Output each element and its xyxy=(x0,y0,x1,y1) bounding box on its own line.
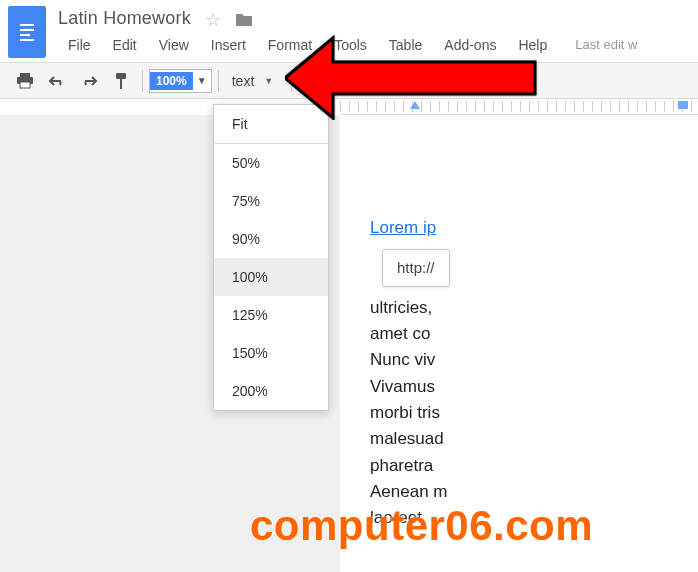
font-label: Arial xyxy=(305,73,333,89)
svg-rect-1 xyxy=(20,29,34,31)
document-title[interactable]: Latin Homework xyxy=(58,8,191,29)
menu-format[interactable]: Format xyxy=(258,33,322,57)
chevron-down-icon: ▼ xyxy=(264,76,273,86)
zoom-option-75[interactable]: 75% xyxy=(214,182,328,220)
chevron-down-icon: ▼ xyxy=(193,75,211,86)
chevron-down-icon: ▼ xyxy=(343,76,352,86)
font-family-combo[interactable]: Arial ▼ xyxy=(298,68,378,94)
toolbar-separator xyxy=(384,70,385,92)
svg-rect-2 xyxy=(20,34,30,36)
zoom-option-125[interactable]: 125% xyxy=(214,296,328,334)
app-header: Latin Homework ☆ File Edit View Insert F… xyxy=(0,0,698,63)
document-hyperlink[interactable]: Lorem ip xyxy=(370,218,436,237)
zoom-option-150[interactable]: 150% xyxy=(214,334,328,372)
menu-addons[interactable]: Add-ons xyxy=(434,33,506,57)
menu-view[interactable]: View xyxy=(149,33,199,57)
menu-insert[interactable]: Insert xyxy=(201,33,256,57)
paragraph-styles-combo[interactable]: text ▼ xyxy=(225,68,285,94)
toolbar-separator xyxy=(291,70,292,92)
menu-edit[interactable]: Edit xyxy=(103,33,147,57)
styles-label: text xyxy=(232,73,255,89)
text-line: Nunc viv xyxy=(370,347,698,373)
chevron-down-icon: ▼ xyxy=(423,76,432,86)
paint-format-button[interactable] xyxy=(106,67,136,95)
right-indent-marker[interactable] xyxy=(678,101,688,109)
svg-rect-8 xyxy=(120,79,122,89)
zoom-option-50[interactable]: 50% xyxy=(214,144,328,182)
docs-logo-icon[interactable] xyxy=(8,6,46,58)
menu-file[interactable]: File xyxy=(58,33,101,57)
document-body[interactable]: ultricies, amet co Nunc viv Vivamus morb… xyxy=(370,295,698,532)
zoom-option-fit[interactable]: Fit xyxy=(214,105,328,143)
zoom-combo[interactable]: 100% ▼ xyxy=(149,69,212,93)
toolbar-separator xyxy=(218,70,219,92)
undo-button[interactable] xyxy=(42,67,72,95)
text-line: ultricies, xyxy=(370,295,698,321)
star-icon[interactable]: ☆ xyxy=(205,9,221,31)
text-line: pharetra xyxy=(370,453,698,479)
svg-rect-3 xyxy=(20,39,34,41)
text-line: malesuad xyxy=(370,426,698,452)
menubar: File Edit View Insert Format Tools Table… xyxy=(58,33,690,57)
last-edit-text[interactable]: Last edit w xyxy=(575,37,637,52)
zoom-dropdown: Fit 50% 75% 90% 100% 125% 150% 200% xyxy=(213,104,329,411)
zoom-option-100[interactable]: 100% xyxy=(214,258,328,296)
redo-button[interactable] xyxy=(74,67,104,95)
font-size-value: 11 xyxy=(398,73,414,89)
print-button[interactable] xyxy=(10,67,40,95)
text-line: Aenean m xyxy=(370,479,698,505)
text-line: morbi tris xyxy=(370,400,698,426)
text-line: laoreet xyxy=(370,505,698,531)
toolbar-separator xyxy=(142,70,143,92)
horizontal-ruler[interactable] xyxy=(340,99,698,115)
font-size-combo[interactable]: 11 ▼ xyxy=(391,68,440,94)
svg-rect-6 xyxy=(20,82,30,88)
toolbar: 100% ▼ text ▼ Arial ▼ 11 ▼ xyxy=(0,63,698,99)
document-page[interactable]: Lorem ip http:// ultricies, amet co Nunc… xyxy=(340,115,698,572)
menu-tools[interactable]: Tools xyxy=(324,33,377,57)
svg-rect-4 xyxy=(20,73,30,77)
menu-table[interactable]: Table xyxy=(379,33,432,57)
text-line: Vivamus xyxy=(370,374,698,400)
zoom-value: 100% xyxy=(150,72,193,90)
folder-icon[interactable] xyxy=(235,12,253,29)
workspace: Lorem ip http:// ultricies, amet co Nunc… xyxy=(0,115,698,572)
zoom-option-90[interactable]: 90% xyxy=(214,220,328,258)
menu-help[interactable]: Help xyxy=(508,33,557,57)
toolbar-separator xyxy=(445,70,446,92)
svg-rect-7 xyxy=(116,73,126,79)
text-line: amet co xyxy=(370,321,698,347)
zoom-option-200[interactable]: 200% xyxy=(214,372,328,410)
link-tooltip[interactable]: http:// xyxy=(382,249,450,286)
left-indent-marker[interactable] xyxy=(410,101,420,109)
ruler-ticks xyxy=(340,101,698,112)
svg-rect-0 xyxy=(20,24,34,26)
